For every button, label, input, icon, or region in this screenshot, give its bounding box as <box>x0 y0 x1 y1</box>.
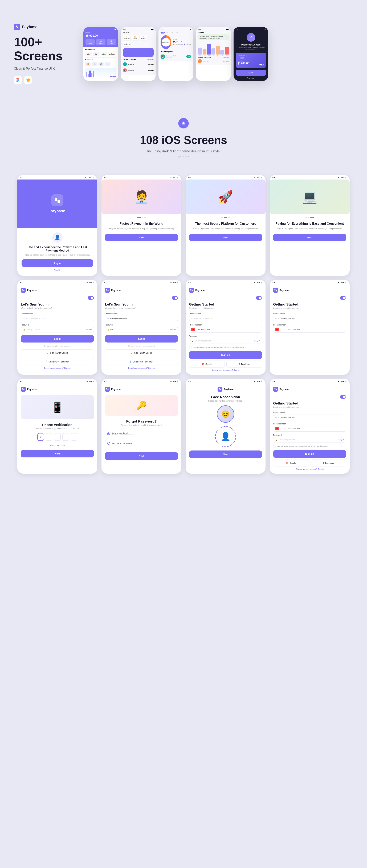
onboard-desc-1: Integrate multiple payment methods to he… <box>105 227 178 230</box>
login-btn-2[interactable]: Login <box>105 335 178 342</box>
toggle-row-gs2 <box>273 296 346 300</box>
gs-email-input[interactable]: ✉ Enter your email address <box>189 316 262 321</box>
gs2-phone-label: Phone number <box>273 324 346 326</box>
logo-icon <box>14 24 20 30</box>
svg-rect-13 <box>24 290 25 291</box>
svg-rect-11 <box>58 199 60 203</box>
onboard-title-1: Fastest Payment in the World <box>105 222 178 225</box>
fr-next-btn[interactable]: Next <box>189 451 262 458</box>
email-label-1: Email address <box>21 313 94 315</box>
verify-next-btn[interactable]: Next <box>21 450 94 458</box>
facebook-btn-1[interactable]: f Sign In with Facebook <box>21 358 94 365</box>
social-divider-1: Or continue with social account <box>21 345 94 347</box>
email-input-empty[interactable]: ✉ Enter your email address <box>21 316 94 321</box>
app-logo-text-1: Paybase <box>27 289 37 292</box>
screen-login-filled: 9:41 ▲▲ WiFi 🔋 Paybase Let's Sign You In… <box>102 280 181 375</box>
extra-email-input[interactable]: ✉ hi.kitbase@gmail.com <box>273 414 346 420</box>
svg-rect-16 <box>191 289 192 290</box>
otp-box-1[interactable]: 0 <box>37 433 44 441</box>
status-bar-6: 9:41 ▲▲ WiFi 🔋 <box>102 280 181 284</box>
toggle-switch-gs2[interactable] <box>340 296 346 300</box>
forgot-char: 🔑 <box>136 401 147 410</box>
onboard-2-content: The most Secure Platform for Customers B… <box>186 217 265 245</box>
facebook-grid-btn[interactable]: f Facebook <box>226 361 262 368</box>
forgot-next-btn[interactable]: Next <box>105 452 178 460</box>
splash-bottom: 👤 Use and Experience the Powerful and Fa… <box>18 228 97 276</box>
screen-getting-started-filled: 9:41 ▲▲ WiFi 🔋 Paybase Getting Started C… <box>270 280 349 375</box>
gs2-phone-input[interactable]: 🇻🇳 +84 +84 999 999 999 <box>273 327 346 333</box>
forgot-illustration: 🔑 <box>105 395 178 416</box>
screen-onboard-3: 9:41 ▲▲ WiFi 🔋 💻 Paying for Everything i… <box>270 175 349 276</box>
splash-purple-section: Paybase <box>18 180 97 228</box>
option-radio-1[interactable] <box>107 432 110 435</box>
login-subtitle-1: Welcome back, you've been missed! <box>21 307 94 309</box>
forgot-option-1[interactable]: Send to your Email Your Email link has b… <box>105 430 178 438</box>
svg-rect-21 <box>24 389 25 390</box>
app-logo-gs2: Paybase <box>273 288 346 293</box>
forgot-title: Forgot Password? <box>105 420 178 424</box>
signin-link: Already have an account? Sign in <box>189 369 262 371</box>
svg-rect-10 <box>55 198 57 201</box>
signin-link-2: Already have an account? Sign in <box>273 468 346 470</box>
app-logo-fp: Paybase <box>105 387 178 392</box>
otp-box-4[interactable]: _ <box>62 433 69 441</box>
toggle-switch-gs[interactable] <box>256 296 262 300</box>
svg-rect-6 <box>17 81 18 82</box>
google-grid-btn-2[interactable]: G Google <box>273 460 309 466</box>
sketch-icon <box>24 76 32 84</box>
splash-login-btn[interactable]: Login <box>22 259 93 267</box>
checkbox-box-2[interactable] <box>273 445 276 448</box>
extra-title: Getting Started <box>273 401 346 405</box>
svg-point-4 <box>18 79 19 81</box>
phone-flag-3: 🇻🇳 <box>275 427 279 430</box>
google-btn-2[interactable]: G Sign In with Google <box>105 349 178 356</box>
email-label-2: Email address <box>105 313 178 315</box>
dot-7 <box>306 217 307 218</box>
extra-phone-input[interactable]: 🇻🇳 +84 +84 999 999 999 <box>273 426 346 432</box>
status-bar-8: 9:41 ▲▲ WiFi 🔋 <box>270 280 349 284</box>
toggle-switch-extra[interactable] <box>340 395 346 399</box>
app-logo-text-gs: Paybase <box>195 289 205 292</box>
onboard-next-btn-3[interactable]: Next <box>273 234 346 241</box>
onboard-next-btn-1[interactable]: Next <box>105 234 178 241</box>
facebook-btn-2[interactable]: f Sign In with Facebook <box>105 358 178 365</box>
app-logo-text-gs2: Paybase <box>279 289 289 292</box>
resend-text[interactable]: Resend the code? <box>21 444 94 446</box>
onboard-3-content: Paying for Everything is Easy and Conven… <box>270 217 349 245</box>
email-input-filled[interactable]: ✉ hi.kitbase@gmail.com <box>105 316 178 321</box>
facebook-grid-btn-2[interactable]: f Facebook <box>311 460 346 466</box>
signup-btn-2[interactable]: Sign up <box>273 450 346 458</box>
gs-phone-input[interactable]: 🇻🇳 +84 999 999 999 <box>189 327 262 333</box>
option-radio-2[interactable] <box>107 442 110 445</box>
password-input-1[interactable]: 🔒 Enter your password Forgot? <box>21 327 94 333</box>
onboard-1-content: Fastest Payment in the World Integrate m… <box>102 217 181 245</box>
toggle-switch-1[interactable] <box>88 296 94 300</box>
svg-rect-1 <box>17 27 19 28</box>
signup-btn[interactable]: Sign up <box>189 351 262 359</box>
svg-rect-2 <box>17 78 18 79</box>
google-grid-btn[interactable]: G Google <box>189 361 225 368</box>
extra-password-label: Password <box>273 434 346 436</box>
app-logo-icon-2 <box>105 288 110 293</box>
svg-rect-22 <box>106 388 107 390</box>
otp-box-2[interactable]: _ <box>46 433 52 441</box>
extra-password-input[interactable]: 🔒 Enter your password Forgot? <box>273 437 346 443</box>
toggle-switch-2[interactable] <box>172 296 178 300</box>
terms-text-2: By creating your account you have to agr… <box>277 445 328 447</box>
signup-link-1: Don't have an account? Sign up <box>21 367 94 369</box>
onboard-next-btn-2[interactable]: Next <box>189 234 262 241</box>
donut-chart: $5,901.00 <box>161 35 171 49</box>
password-input-filled[interactable]: 🔒 ••••• Forgot? <box>105 327 178 333</box>
otp-box-3[interactable]: _ <box>54 433 61 441</box>
gs-password-input[interactable]: 🔒 Enter your password Forgot? <box>189 338 262 344</box>
login-btn-1[interactable]: Login <box>21 335 94 342</box>
checkbox-box[interactable] <box>189 346 192 349</box>
onboard-dots-1 <box>105 217 178 218</box>
splash-signup-link[interactable]: Sign Up <box>22 269 93 272</box>
google-btn-1[interactable]: G Sign In with Google <box>21 349 94 356</box>
gs2-email-input[interactable]: ✉ hi.kitbase@gmail.com <box>273 316 346 321</box>
screens-section: 9:41 ▲▲▲ WiFi 🔋 Paybase 👤 Use and Experi… <box>0 168 367 485</box>
forgot-option-2[interactable]: Send via Phone Number <box>105 440 178 447</box>
app-logo-icon-gs <box>189 288 194 293</box>
otp-box-5[interactable]: _ <box>71 433 77 441</box>
